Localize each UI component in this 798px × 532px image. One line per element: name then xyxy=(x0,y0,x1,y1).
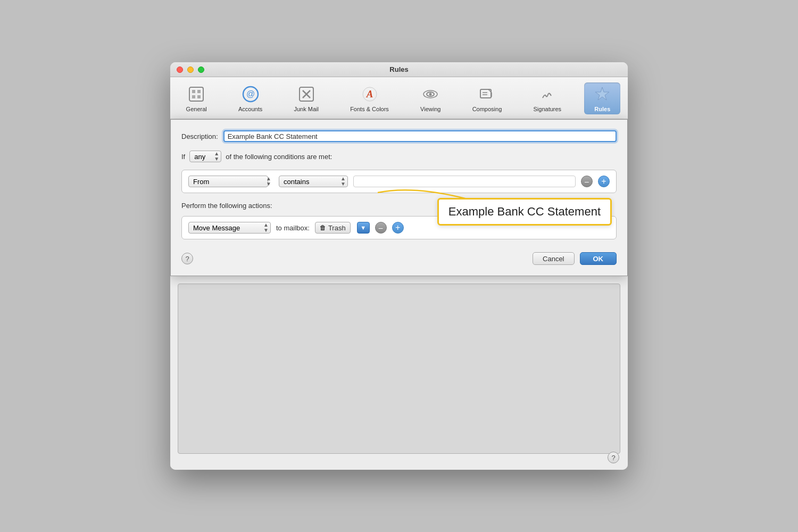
toolbar-item-general[interactable]: General xyxy=(178,82,215,114)
description-input[interactable] xyxy=(223,130,617,142)
trash-label: Trash xyxy=(328,224,346,232)
from-select[interactable]: From To Subject xyxy=(188,176,268,187)
toolbar-item-junkmail[interactable]: Junk Mail xyxy=(285,82,327,114)
title-bar: Rules xyxy=(170,62,628,77)
rules-label: Rules xyxy=(594,106,610,112)
remove-action-button[interactable]: – xyxy=(375,222,387,234)
fonts-icon: A xyxy=(360,85,379,104)
mailbox-chevron: ▼ xyxy=(360,225,366,231)
dialog-overlay: Description: If any all ▲▼ of the follow… xyxy=(170,119,628,470)
help-button[interactable]: ? xyxy=(181,253,193,264)
junkmail-icon xyxy=(297,85,316,104)
svg-marker-20 xyxy=(595,87,609,100)
mailbox-dropdown-btn[interactable]: ▼ xyxy=(357,222,370,234)
general-label: General xyxy=(186,106,207,112)
junkmail-label: Junk Mail xyxy=(294,106,318,112)
rules-icon xyxy=(593,85,612,104)
annotation-callout: Example Bank CC Statement xyxy=(437,198,612,226)
accounts-icon: @ xyxy=(241,85,260,104)
fonts-label: Fonts & Colors xyxy=(350,106,389,112)
from-select-wrapper[interactable]: From To Subject ▲▼ xyxy=(188,176,273,187)
composing-icon xyxy=(477,85,496,104)
svg-rect-1 xyxy=(192,90,195,93)
ok-button[interactable]: OK xyxy=(580,252,617,265)
traffic-lights xyxy=(177,66,204,73)
conditions-of-label: of the following conditions are met: xyxy=(226,153,332,161)
to-mailbox-label: to mailbox: xyxy=(276,224,310,232)
move-select[interactable]: Move Message Copy Message Delete Message xyxy=(188,222,271,234)
svg-rect-4 xyxy=(197,95,201,98)
inner-panel xyxy=(178,284,620,454)
content-area: ? xyxy=(170,284,628,470)
svg-text:A: A xyxy=(365,88,373,99)
svg-rect-3 xyxy=(192,95,195,98)
cancel-button[interactable]: Cancel xyxy=(533,252,574,265)
window-title: Rules xyxy=(389,65,408,73)
svg-rect-2 xyxy=(197,90,201,93)
minimize-button[interactable] xyxy=(187,66,194,73)
maximize-button[interactable] xyxy=(198,66,204,73)
mailbox-select-wrapper[interactable]: ▼ xyxy=(357,222,370,234)
add-condition-button[interactable]: + xyxy=(598,176,610,187)
toolbar-item-accounts[interactable]: @ Accounts xyxy=(230,82,271,114)
toolbar-item-fonts[interactable]: A Fonts & Colors xyxy=(342,82,397,114)
signatures-icon xyxy=(538,85,557,104)
description-label: Description: xyxy=(181,132,218,140)
general-icon xyxy=(187,85,206,104)
svg-rect-0 xyxy=(189,87,203,101)
toolbar-item-viewing[interactable]: Viewing xyxy=(412,82,449,114)
bottom-help-button[interactable]: ? xyxy=(608,452,619,463)
trash-icon: 🗑 xyxy=(320,224,326,231)
toolbar-item-rules[interactable]: Rules xyxy=(584,82,620,114)
any-select-wrapper[interactable]: any all ▲▼ xyxy=(189,151,221,162)
svg-point-14 xyxy=(429,93,432,96)
accounts-label: Accounts xyxy=(238,106,262,112)
dialog-footer: ? Cancel OK xyxy=(181,248,617,265)
contains-select[interactable]: contains does not contain is equal to xyxy=(279,176,348,187)
signatures-label: Signatures xyxy=(534,106,562,112)
viewing-label: Viewing xyxy=(420,106,440,112)
description-row: Description: xyxy=(181,130,617,142)
add-action-button[interactable]: + xyxy=(392,222,404,234)
any-select[interactable]: any all xyxy=(189,151,221,162)
viewing-icon xyxy=(421,85,440,104)
condition-value-input[interactable] xyxy=(353,176,576,187)
move-select-wrapper[interactable]: Move Message Copy Message Delete Message… xyxy=(188,222,271,234)
mailbox-trash-wrapper: 🗑 Trash xyxy=(315,222,351,234)
toolbar-item-signatures[interactable]: Signatures xyxy=(525,82,570,114)
main-window: Rules General @ Accounts Junk Mail A F xyxy=(170,62,628,470)
close-button[interactable] xyxy=(177,66,183,73)
svg-text:@: @ xyxy=(246,89,254,98)
toolbar: General @ Accounts Junk Mail A Fonts & C… xyxy=(170,77,628,119)
conditions-row: From To Subject ▲▼ contains does not con… xyxy=(181,170,617,193)
if-row: If any all ▲▼ of the following condition… xyxy=(181,151,617,162)
if-label: If xyxy=(181,153,185,161)
composing-label: Composing xyxy=(472,106,502,112)
callout-text: Example Bank CC Statement xyxy=(448,205,601,218)
contains-select-wrapper[interactable]: contains does not contain is equal to ▲▼ xyxy=(279,176,348,187)
toolbar-item-composing[interactable]: Composing xyxy=(464,82,511,114)
remove-condition-button[interactable]: – xyxy=(581,176,593,187)
